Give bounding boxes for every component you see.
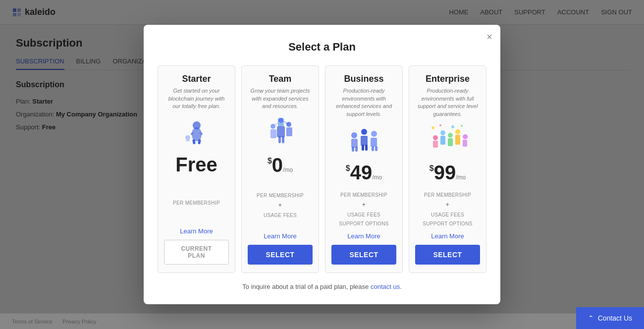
learn-more-business[interactable]: Learn More [347,232,380,240]
svg-rect-44 [463,140,467,147]
svg-rect-11 [186,140,190,141]
plans-grid: Starter Get started on your blockchain j… [158,65,486,273]
svg-rect-42 [455,135,460,145]
svg-rect-18 [286,127,292,136]
svg-point-43 [463,134,468,139]
current-plan-button: CURRENT PLAN [164,240,229,265]
plan-price-starter: Free [175,153,217,177]
modal-overlay: Select a Plan × Starter Get started on y… [0,0,644,329]
plan-details-enterprise: PER MEMBERSHIP + USAGE FEES SUPPORT OPTI… [423,187,472,232]
svg-point-37 [440,130,445,135]
svg-point-41 [455,129,460,134]
plan-desc-team: Grow your team projects with expanded se… [248,87,313,110]
svg-rect-30 [365,145,368,151]
contact-us-button[interactable]: ⌃ Contact Us [576,307,644,329]
plan-illustration-business [344,123,384,155]
contact-us-label: Contact Us [598,314,632,322]
modal-title: Select a Plan [158,41,486,54]
svg-rect-29 [362,145,364,151]
svg-rect-13 [277,126,285,137]
enterprise-illustration-svg [428,123,468,155]
svg-point-14 [278,118,283,123]
plan-card-business: Business Production-ready environments w… [325,65,403,273]
plan-price-enterprise: $ 99 /mo [429,160,466,185]
plan-modal: Select a Plan × Starter Get started on y… [144,25,500,304]
plan-name-business: Business [344,74,383,84]
plan-name-enterprise: Enterprise [426,74,470,84]
chevron-up-icon: ⌃ [588,314,594,322]
svg-point-31 [371,131,377,137]
plan-details-starter: PER MEMBERSHIP [173,179,220,227]
svg-rect-28 [361,136,368,146]
select-enterprise-button[interactable]: SELECT [415,245,480,265]
contact-us-link[interactable]: contact us [371,283,400,290]
plan-illustration-starter [177,115,216,148]
svg-rect-40 [448,138,453,146]
plan-card-enterprise: Enterprise Production-ready environments… [409,65,486,273]
plan-name-team: Team [269,74,292,84]
plan-desc-starter: Get started on your blockchain journey w… [164,87,229,110]
plan-card-starter: Starter Get started on your blockchain j… [158,65,235,273]
plan-illustration-enterprise [428,123,468,155]
svg-rect-25 [352,147,354,152]
select-team-button[interactable]: SELECT [248,245,313,265]
plan-details-team: PER MEMBERSHIP + USAGE FEES [257,179,304,232]
close-button[interactable]: × [486,32,492,42]
plan-price-business: $ 49 /mo [346,160,382,185]
plan-details-business: PER MEMBERSHIP + USAGE FEES SUPPORT OPTI… [339,187,388,232]
starter-illustration-svg [177,115,216,148]
learn-more-enterprise[interactable]: Learn More [431,232,464,240]
select-business-button[interactable]: SELECT [331,245,396,265]
learn-more-team[interactable]: Learn More [264,232,296,240]
svg-point-46 [439,124,441,126]
svg-rect-36 [433,141,438,148]
svg-point-10 [185,135,190,140]
modal-footer: To inquire about a trial of a paid plan,… [158,283,486,290]
svg-point-48 [461,125,463,127]
svg-rect-26 [355,147,358,152]
svg-rect-19 [278,136,281,143]
svg-point-39 [448,133,453,138]
svg-point-35 [433,135,438,140]
plan-card-team: Team Grow your team projects with expand… [241,65,319,273]
svg-rect-34 [375,146,377,151]
svg-rect-16 [270,129,276,138]
plan-desc-business: Production-ready environments with enhan… [331,87,396,118]
plan-desc-enterprise: Production-ready environments with full … [415,87,480,118]
team-illustration-svg [261,115,300,148]
svg-rect-38 [440,136,445,145]
svg-point-45 [431,126,434,129]
svg-rect-32 [371,138,377,147]
svg-point-5 [192,127,202,141]
business-illustration-svg [344,123,384,155]
svg-point-23 [351,132,357,138]
svg-point-27 [361,129,367,135]
svg-rect-20 [282,136,284,143]
svg-point-47 [451,125,454,128]
plan-illustration-team [261,115,300,148]
svg-rect-33 [372,146,374,151]
plan-name-starter: Starter [182,74,211,84]
learn-more-starter[interactable]: Learn More [180,227,213,235]
svg-rect-24 [351,139,358,148]
plan-price-team: $ 0 /mo [268,153,293,177]
